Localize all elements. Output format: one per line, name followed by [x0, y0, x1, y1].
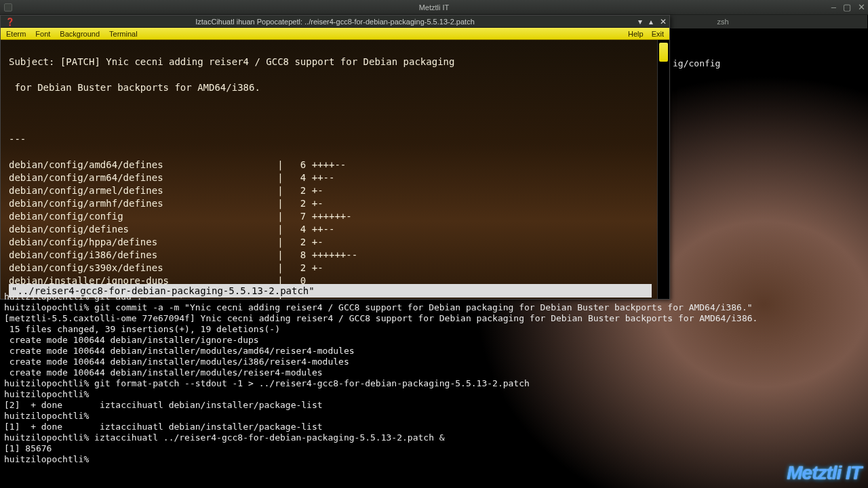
app-icon — [4, 3, 12, 12]
diffstat-row: debian/config/amd64/defines | 6 ++++-- — [9, 159, 663, 171]
scrollbar-thumb[interactable] — [659, 43, 668, 62]
eterm-viewport[interactable]: Subject: [PATCH] Ynic cecni adding reise… — [1, 40, 669, 299]
menu-background[interactable]: Background — [60, 30, 100, 38]
window-max-button[interactable]: ▢ — [843, 2, 851, 12]
bg-partial-text: ig/config — [673, 58, 720, 68]
git-output: huitzilopochtli% git add . huitzilopocht… — [4, 291, 864, 465]
subject-line-1: Subject: [PATCH] Ynic cecni adding reise… — [9, 56, 663, 68]
eterm-close-button[interactable]: ✕ — [660, 17, 667, 26]
eterm-window: ❓ IztacCihuatl ihuan Popocatepetl: ../re… — [0, 15, 670, 300]
diffstat-row: debian/config/armhf/defines | 2 +- — [9, 197, 663, 210]
menu-help[interactable]: Help — [628, 30, 644, 38]
separator: --- — [9, 133, 663, 146]
hint-icon[interactable]: ❓ — [3, 16, 17, 28]
eterm-menubar: Eterm Font Background Terminal Help Exit — [1, 28, 669, 40]
window-close-button[interactable]: ✕ — [858, 2, 865, 12]
diffstat-row: debian/config/armel/defines | 2 +- — [9, 184, 663, 197]
desktop-title: Metztli IT — [419, 3, 450, 12]
menu-font[interactable]: Font — [35, 30, 50, 38]
menu-eterm[interactable]: Eterm — [6, 30, 26, 38]
eterm-min-button[interactable]: ▾ — [638, 17, 642, 26]
brand-watermark: Metztli IT — [787, 462, 861, 484]
menu-exit[interactable]: Exit — [652, 30, 664, 38]
eterm-scrollbar[interactable] — [657, 40, 669, 299]
diffstat-row: debian/config/arm64/defines | 4 ++-- — [9, 171, 663, 184]
diffstat-row: debian/config/defines | 4 ++-- — [9, 223, 663, 236]
subject-line-2: for Debian Buster backports for AMD64/i3… — [9, 81, 663, 94]
diffstat-row: debian/config/config | 7 ++++++- — [9, 210, 663, 223]
eterm-titlebar[interactable]: ❓ IztacCihuatl ihuan Popocatepetl: ../re… — [1, 16, 669, 28]
diffstat-row: debian/config/i386/defines | 8 ++++++-- — [9, 249, 663, 262]
desktop-left-icons — [4, 3, 12, 12]
diffstat-row: debian/config/s390x/defines | 2 +- — [9, 262, 663, 274]
window-min-button[interactable]: – — [831, 2, 836, 12]
menu-terminal[interactable]: Terminal — [109, 30, 138, 38]
eterm-max-button[interactable]: ▴ — [649, 17, 653, 26]
diffstat-row: debian/config/hppa/defines | 2 +- — [9, 236, 663, 249]
desktop-titlebar: Metztli IT – ▢ ✕ — [0, 0, 868, 15]
eterm-title-text: IztacCihuatl ihuan Popocatepetl: ../reis… — [195, 18, 475, 26]
diffstat-block: debian/config/amd64/defines | 6 ++++--de… — [9, 159, 663, 299]
